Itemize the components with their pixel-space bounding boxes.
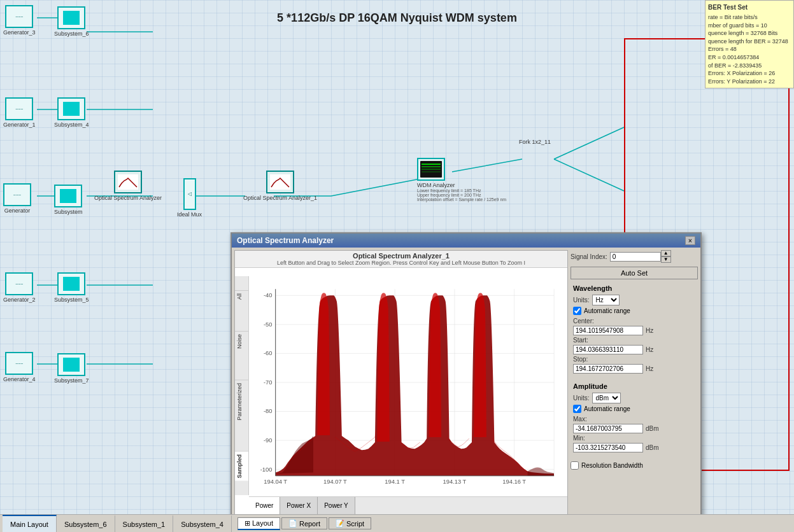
ideal-mux-block[interactable]: ▷ Ideal Mux [177,178,202,218]
auto-range-checkbox[interactable] [573,307,581,315]
subsystem-center-block[interactable]: Subsystem [54,185,83,215]
resolution-bw-checkbox[interactable] [571,461,579,470]
signal-index-row: Signal Index: ▲ ▼ [571,250,698,263]
amplitude-title: Amplitude [573,382,695,390]
signal-index-input[interactable] [610,252,661,262]
subsystem-7-inner [63,358,80,372]
subsystem-5-inner [63,277,80,291]
dialog-title: Optical Spectrum Analyzer [237,236,334,245]
svg-rect-22 [270,174,290,190]
ber-title: BER Test Set [708,3,791,12]
tab-main-layout[interactable]: Main Layout [3,515,57,532]
btab-power[interactable]: Power [249,497,280,514]
report-button[interactable]: 📄 Report [281,517,327,529]
center-input[interactable] [573,326,643,335]
chart-panel: Optical Spectrum Analyzer_1 Left Button … [234,250,568,514]
max-row: Max: [573,416,695,423]
auto-range-label: Automatic range [584,307,630,314]
ber-line-8: Errors: X Polarization = 26 [708,69,791,78]
amp-auto-range-row: Automatic range [573,405,695,413]
wdm-analyzer-block[interactable]: WDM Analyzer Lower frequency limit = 185… [417,158,506,202]
btab-power-x[interactable]: Power X [280,497,318,514]
signal-index-up-btn[interactable]: ▲ [661,250,671,256]
max-label: Max: [573,416,587,423]
center-unit: Hz [646,327,653,334]
units-select[interactable]: Hz nm THz [592,295,620,305]
signal-index-spinner-btns: ▲ ▼ [661,250,671,263]
svg-text:-50: -50 [264,321,273,328]
tab-subsystem-6[interactable]: Subsystem_6 [57,515,115,532]
report-icon: 📄 [288,519,297,528]
subsystem-7-block[interactable]: Subsystem_7 [54,353,89,384]
units-label: Units: [573,297,590,304]
osa-1-icon [270,174,290,190]
resolution-bw-label: Resolution Bandwidth [581,462,643,469]
svg-rect-21 [118,174,138,190]
svg-text:194.07 T: 194.07 T [323,479,347,485]
signal-index-down-btn[interactable]: ▼ [661,256,671,263]
svg-rect-26 [422,166,441,167]
canvas-title: 5 *112Gb/s DP 16QAM Nyquist WDM system [277,11,517,25]
stop-input[interactable] [573,364,643,374]
subsystem-5-block[interactable]: Subsystem_5 [54,272,89,303]
chart-vtabs: All Noise Parameterized Sampled [235,276,249,495]
chart-area[interactable]: -40 -50 -60 -70 -80 -90 -100 194.04 T 19… [249,276,567,495]
amp-units-select[interactable]: dBm W mW [592,393,621,403]
min-input[interactable] [573,443,643,452]
vtab-parameterized[interactable]: Parameterized [235,380,248,423]
subsystem-4-inner [63,102,80,116]
center-input-row: Hz [573,326,695,335]
generator-box-inner: ~~~ [3,183,31,206]
max-unit: dBm [646,425,659,432]
subsystem-4-block[interactable]: Subsystem_4 [54,97,89,128]
script-button[interactable]: 📝 Script [329,517,371,529]
center-row: Center: [573,318,695,325]
subsystem-4-box [57,97,85,120]
generator-block[interactable]: ~~~ Generator [3,183,31,214]
ber-line-1: rate = Bit rate bits/s [708,13,791,22]
dialog-close-button[interactable]: × [685,236,695,245]
wdm-analyzer-box [417,158,445,181]
subsystem-7-box [57,353,85,376]
svg-text:194.16 T: 194.16 T [502,479,526,485]
max-input[interactable] [573,424,643,433]
osa-block[interactable]: Optical Spectrum Analyzer [94,171,162,201]
amp-auto-range-checkbox[interactable] [573,405,581,413]
generator-4-block[interactable]: ~~~ Generator_4 [3,352,36,382]
chart-svg: -40 -50 -60 -70 -80 -90 -100 194.04 T 19… [249,276,567,495]
generator-2-block[interactable]: ~~~ Generator_2 [3,272,36,303]
resolution-bw-row: Resolution Bandwidth [571,461,698,470]
btab-power-y[interactable]: Power Y [318,497,355,514]
subsystem-6-block[interactable]: Subsystem_6 [54,6,89,37]
vtab-sampled[interactable]: Sampled [235,451,248,481]
svg-text:194.1 T: 194.1 T [385,479,405,485]
tab-subsystem-4[interactable]: Subsystem_4 [173,515,232,532]
osa-dialog: Optical Spectrum Analyzer × Optical Spec… [230,232,702,514]
ber-line-4: quence length for BER = 32748 [708,38,791,46]
generator-3-label: Generator_3 [3,29,36,36]
osa-1-block[interactable]: Optical Spectrum Analyzer_1 [243,171,317,201]
generator-3-block[interactable]: ~~~ Generator_3 [3,5,36,36]
wdm-icon [419,160,443,179]
ber-line-3: quence length = 32768 Bits [708,29,791,38]
vtab-all[interactable]: All [235,290,248,302]
vtab-noise[interactable]: Noise [235,331,248,351]
start-row: Start: [573,337,695,344]
ber-line-9: Errors: Y Polarization = 22 [708,78,791,86]
auto-set-button[interactable]: Auto Set [571,267,698,279]
signal-index-spinner: ▲ ▼ [610,250,671,263]
subsystem-5-label: Subsystem_5 [54,297,89,303]
max-input-row: dBm [573,424,695,433]
svg-line-19 [554,127,624,159]
ber-panel: BER Test Set rate = Bit rate bits/s mber… [705,0,794,88]
generator-1-block[interactable]: ~~~ Generator_1 [3,97,36,128]
tab-subsystem-1[interactable]: Subsystem_1 [115,515,174,532]
units-row: Units: Hz nm THz [573,295,695,305]
layout-button[interactable]: ⊞ Layout [237,517,280,530]
osa-icon [118,174,138,190]
subsystem-center-inner [60,189,76,203]
svg-text:-70: -70 [264,379,273,386]
generator-2-label: Generator_2 [3,297,36,303]
start-input[interactable] [573,345,643,354]
subsystem-6-label: Subsystem_6 [54,31,89,37]
